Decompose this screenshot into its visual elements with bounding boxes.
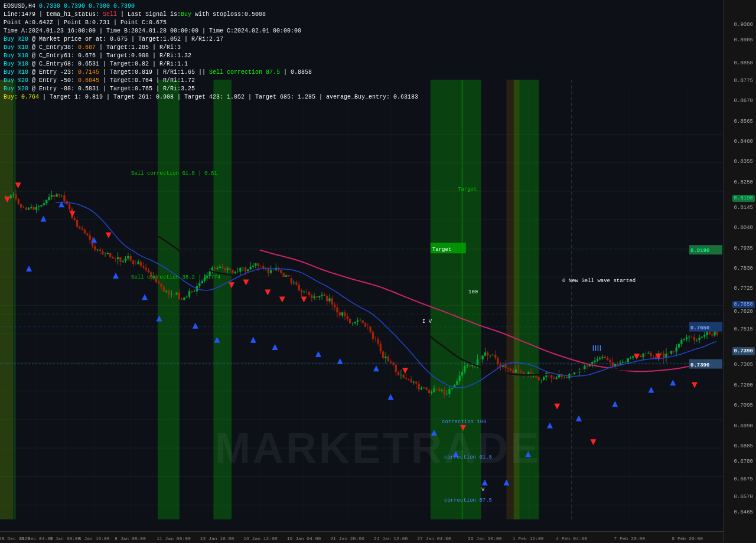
- price-level-0.8858: 0.8858: [734, 60, 755, 66]
- price-level-0.6990: 0.6990: [734, 423, 755, 429]
- time-label-5-Jan-16:00: 5 Jan 16:00: [79, 536, 110, 541]
- price-level-0.6570: 0.6570: [734, 494, 755, 500]
- price-level-0.7200: 0.7200: [734, 382, 755, 388]
- time-label-16-Jan-12:00: 16 Jan 12:00: [243, 536, 278, 541]
- time-axis: 28 Dec 202331 Dec 04:003 Jan 00:005 Jan …: [0, 531, 724, 543]
- price-level-0.8355: 0.8355: [734, 159, 755, 165]
- chart-container: EOSUSD,H4 0.7330 0.7390 0.7300 0.7390 Li…: [0, 0, 756, 543]
- price-level-0.8670: 0.8670: [734, 98, 755, 104]
- price-level-0.6465: 0.6465: [734, 509, 755, 515]
- price-level-0.8985: 0.8985: [734, 37, 755, 43]
- time-label-8-Jan-08:00: 8 Jan 08:00: [115, 536, 146, 541]
- price-level-0.6885: 0.6885: [734, 443, 755, 449]
- price-level-0.8565: 0.8565: [734, 119, 755, 125]
- price-level-0.7650: 0.7650: [732, 301, 755, 308]
- price-level-0.7725: 0.7725: [734, 286, 755, 292]
- price-level-0.7305: 0.7305: [734, 362, 755, 368]
- price-level-0.6780: 0.6780: [734, 459, 755, 465]
- price-level-0.8250: 0.8250: [734, 179, 755, 185]
- time-label-21-Jan-20:00: 21 Jan 20:00: [330, 536, 364, 541]
- price-level-0.7095: 0.7095: [734, 403, 755, 408]
- price-level-0.7515: 0.7515: [734, 326, 755, 332]
- time-label-24-Jan-12:00: 24 Jan 12:00: [374, 536, 408, 541]
- price-level-0.8775: 0.8775: [734, 78, 755, 84]
- price-level-0.7620: 0.7620: [734, 309, 755, 315]
- price-axis: 0.90800.89850.88580.87750.86700.85650.84…: [724, 0, 756, 543]
- price-level-0.7935: 0.7935: [734, 246, 755, 251]
- price-chart[interactable]: [0, 0, 724, 531]
- price-level-0.7390: 0.7390: [732, 347, 755, 355]
- price-level-0.7830: 0.7830: [734, 266, 755, 272]
- price-level-0.8460: 0.8460: [734, 139, 755, 145]
- time-label-9-Feb-20:00: 9 Feb 20:00: [672, 536, 703, 541]
- time-label-7-Feb-20:00: 7 Feb 20:00: [614, 536, 645, 541]
- price-level-0.8040: 0.8040: [734, 225, 755, 231]
- price-level-0.6675: 0.6675: [734, 476, 755, 482]
- time-label-4-Feb-04:00: 4 Feb 04:00: [556, 536, 587, 541]
- time-label-1-Feb-12:00: 1 Feb 12:00: [513, 536, 544, 541]
- time-label-27-Jan-04:00: 27 Jan 04:00: [417, 536, 451, 541]
- time-label-11-Jan-00:00: 11 Jan 00:00: [157, 536, 191, 541]
- time-label-3-Jan-00:00: 3 Jan 00:00: [50, 536, 81, 541]
- price-level-0.9080: 0.9080: [734, 22, 755, 28]
- price-level-0.8190: 0.8190: [732, 195, 755, 202]
- price-level-0.8145: 0.8145: [734, 205, 755, 211]
- time-label-31-Dec-04:00: 31 Dec 04:00: [19, 536, 53, 541]
- time-label-29-Jan-20:00: 29 Jan 20:00: [468, 536, 502, 541]
- time-label-13-Jan-16:00: 13 Jan 16:00: [200, 536, 234, 541]
- time-label-19-Jan-04:00: 19 Jan 04:00: [287, 536, 321, 541]
